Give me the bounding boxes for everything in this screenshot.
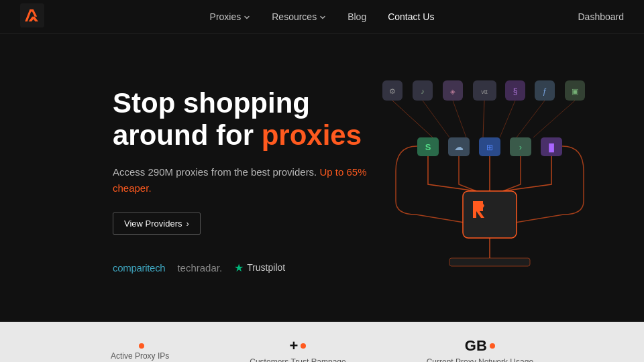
stat-dot-icon-3 [490, 343, 495, 349]
svg-text:§: § [513, 86, 518, 96]
svg-text:♪: ♪ [421, 87, 425, 95]
svg-text:S: S [425, 142, 431, 152]
nav-links: Proxies Resources Blog Contact Us [210, 11, 435, 22]
svg-text:☁: ☁ [454, 141, 464, 152]
stat-proxy-value [136, 343, 144, 349]
hero-section: Stop shopping around for proxies Access … [0, 34, 644, 322]
trustpilot-star-icon: ★ [234, 261, 244, 274]
nav-contact[interactable]: Contact Us [388, 11, 434, 22]
svg-line-20 [517, 101, 545, 137]
nav-blog[interactable]: Blog [347, 11, 366, 22]
proxy-network-diagram: ⚙ ♪ ◈ vtt § ƒ ▣ [376, 67, 604, 275]
nav-proxies[interactable]: Proxies [210, 11, 251, 22]
stat-customers-label: Customers Trust Rampage [250, 357, 345, 362]
stat-network-label: Current Proxy Network Usage [427, 357, 533, 362]
comparitech-logo: comparitech [113, 262, 165, 274]
trust-logos: comparitech techradar. ★ Trustpilot [113, 261, 368, 274]
svg-rect-34 [449, 258, 530, 266]
stat-active-proxy-ips: Active Proxy IPs [111, 343, 169, 361]
svg-line-18 [483, 101, 484, 137]
svg-text:⚙: ⚙ [389, 87, 396, 95]
stat-proxy-label: Active Proxy IPs [111, 351, 169, 361]
techradar-logo: techradar. [177, 262, 222, 274]
svg-line-19 [500, 101, 515, 137]
svg-text:ƒ: ƒ [543, 86, 547, 96]
svg-rect-32 [463, 191, 517, 238]
nav-resources[interactable]: Resources [272, 11, 326, 22]
main-nav: Proxies Resources Blog Contact Us Dashbo… [0, 0, 644, 34]
svg-line-17 [453, 101, 466, 137]
svg-text:›: › [519, 142, 522, 152]
svg-line-21 [533, 101, 575, 137]
stat-customers-trust: + Customers Trust Rampage [250, 337, 345, 362]
svg-text:▐▌: ▐▌ [546, 143, 557, 153]
stats-bar: Active Proxy IPs + Customers Trust Rampa… [0, 322, 644, 362]
svg-rect-0 [20, 3, 44, 27]
stat-dot-icon-2 [301, 343, 306, 349]
svg-text:vtt: vtt [481, 88, 488, 95]
stat-customers-value: + [290, 337, 307, 355]
svg-text:◈: ◈ [450, 88, 455, 95]
svg-text:▣: ▣ [572, 87, 578, 95]
logo[interactable] [20, 3, 44, 30]
nav-dashboard[interactable]: Dashboard [578, 11, 625, 22]
svg-text:⊞: ⊞ [486, 143, 493, 152]
stat-network-usage: GB Current Proxy Network Usage [427, 337, 533, 362]
stat-dot-icon [139, 343, 144, 349]
hero-title: Stop shopping around for proxies [113, 87, 368, 152]
trustpilot-logo: ★ Trustpilot [234, 261, 285, 274]
view-providers-button[interactable]: View Providers › [113, 213, 201, 235]
hero-subtitle: Access 290M proxies from the best provid… [113, 164, 368, 196]
stat-network-value: GB [465, 337, 495, 355]
hero-text: Stop shopping around for proxies Access … [113, 80, 368, 274]
